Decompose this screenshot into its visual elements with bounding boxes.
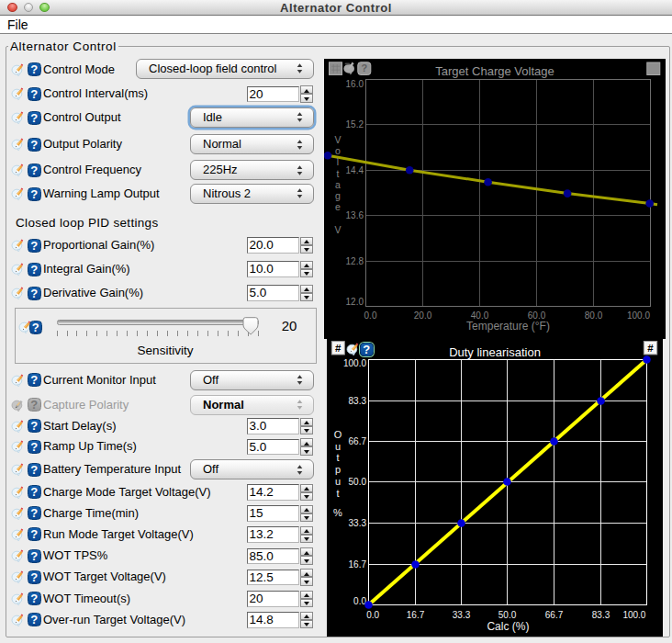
svg-text:#: # [647,343,654,354]
svg-text:15.2: 15.2 [346,119,364,130]
svg-text:?: ? [361,62,367,73]
svg-text:l: l [337,156,339,167]
svg-text:13.6: 13.6 [346,210,364,220]
svg-text:16.0: 16.0 [346,79,364,89]
svg-text:#: # [335,343,342,354]
svg-text:100.0: 100.0 [343,358,366,368]
svg-text:Duty linearisation: Duty linearisation [449,345,541,359]
svg-text:33.3: 33.3 [349,518,367,528]
svg-text:100.0: 100.0 [622,610,645,620]
svg-text:V: V [334,134,341,145]
svg-text:o: o [335,145,341,156]
svg-text:12.8: 12.8 [346,256,364,266]
svg-text:%: % [333,507,342,518]
svg-text:50.0: 50.0 [349,477,367,487]
svg-text:g: g [335,190,341,201]
svg-text:50.0: 50.0 [498,610,517,620]
svg-text:14.4: 14.4 [346,165,364,175]
svg-text:Temperature (°F): Temperature (°F) [466,320,550,333]
svg-text:83.3: 83.3 [592,610,610,620]
svg-text:0.0: 0.0 [364,310,377,321]
svg-text:u: u [335,441,341,452]
svg-text:80.0: 80.0 [585,310,603,321]
svg-text:O: O [334,429,342,440]
svg-text:16.7: 16.7 [407,610,425,620]
svg-text:Target Charge Voltage: Target Charge Voltage [435,64,554,78]
svg-text:t: t [337,168,340,179]
svg-text:t: t [336,488,339,499]
svg-text:66.7: 66.7 [349,436,367,446]
svg-text:12.0: 12.0 [346,297,364,307]
svg-text:83.3: 83.3 [349,396,367,406]
svg-text:Calc (%): Calc (%) [487,620,529,633]
svg-text:16.7: 16.7 [349,559,367,570]
svg-text:p: p [335,464,341,475]
svg-text:33.3: 33.3 [453,610,471,620]
svg-text:V: V [334,224,341,235]
svg-text:100.0: 100.0 [627,310,650,321]
svg-text:20.0: 20.0 [414,310,432,321]
svg-text:a: a [335,179,341,190]
svg-text:66.7: 66.7 [545,610,564,620]
svg-text:u: u [335,476,341,487]
svg-text:0.0: 0.0 [366,610,379,620]
svg-text:t: t [336,452,339,463]
svg-text:e: e [335,201,341,212]
